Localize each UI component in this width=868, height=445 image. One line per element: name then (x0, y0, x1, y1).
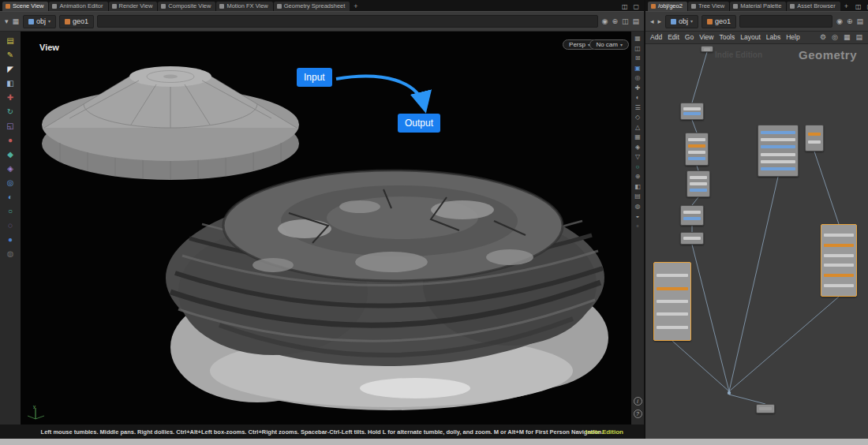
path-field[interactable] (97, 15, 597, 28)
scale-tool-icon[interactable]: ◱ (3, 120, 17, 133)
build-tools-icon[interactable]: ⚙ (819, 34, 827, 41)
menu-labs[interactable]: Labs (766, 34, 780, 41)
dotted-circle-icon[interactable]: ◍ (635, 203, 641, 210)
network-node[interactable] (756, 404, 775, 413)
network-node[interactable] (680, 232, 704, 245)
3d-viewport[interactable]: View Persp ▾ No cam ▾ (21, 32, 631, 424)
tab-animation-editor[interactable]: Animation Editor (49, 2, 107, 12)
rows-icon[interactable]: ▤ (634, 193, 641, 200)
net-expand-icon[interactable]: ⊕ (846, 18, 854, 25)
network-node[interactable] (680, 205, 704, 226)
cone-icon[interactable]: △ (635, 124, 640, 131)
network-path-field[interactable] (739, 15, 832, 28)
menu-go[interactable]: Go (685, 34, 694, 41)
tab-material-palette[interactable]: Material Palette (730, 2, 786, 12)
circle-tool-icon[interactable]: ○ (636, 163, 640, 170)
add-view-icon[interactable]: ✚ (635, 84, 641, 92)
half-circle-icon[interactable]: ◒ (636, 212, 640, 219)
view-pan-icon[interactable]: ◐ (3, 191, 17, 204)
visibility-icon[interactable]: ◍ (3, 248, 17, 260)
tab-composite-view[interactable]: Composite View (158, 2, 215, 12)
snap-grid-icon[interactable]: ▣ (634, 65, 641, 72)
tab-geometry-spreadsheet[interactable]: Geometry Spreadsheet (274, 2, 350, 12)
half-square-icon[interactable]: ◧ (634, 183, 641, 190)
menu-view[interactable]: View (699, 34, 713, 41)
orbit-tool-icon[interactable]: ○ (3, 205, 17, 218)
node-parameter-stripe (683, 217, 701, 220)
network-node[interactable] (680, 103, 704, 120)
snap-tool-icon[interactable]: ◎ (3, 177, 17, 189)
new-tab-button[interactable]: + (350, 2, 361, 11)
tab-asset-browser[interactable]: Asset Browser (787, 2, 840, 12)
shadow-icon[interactable]: ◐ (636, 94, 640, 101)
pane-float-icon[interactable]: ▢ (630, 2, 642, 11)
selection-mask-icon[interactable]: ◧ (3, 77, 17, 90)
menu-tools[interactable]: Tools (719, 34, 735, 41)
grid-display-icon[interactable]: ▦ (634, 133, 641, 140)
select-tool-icon[interactable]: ◤ (3, 63, 17, 76)
pose-tool-icon[interactable]: ● (3, 134, 17, 147)
net-forward-icon[interactable]: ▸ (657, 18, 663, 25)
pane-float-icon[interactable]: ▢ (865, 2, 868, 11)
network-node[interactable] (653, 262, 691, 341)
net-pin-icon[interactable]: ◉ (836, 18, 844, 25)
network-node[interactable] (685, 133, 709, 166)
reference-plane-icon[interactable]: ◎ (635, 74, 641, 81)
viewport-menu-icon[interactable]: ▤ (631, 18, 640, 25)
grid-layout-icon[interactable]: ▦ (843, 34, 851, 41)
translate-tool-icon[interactable]: ✚ (3, 92, 17, 104)
network-node[interactable] (687, 170, 710, 197)
tab-tree-view[interactable]: Tree View (688, 2, 729, 12)
menu-edit[interactable]: Edit (668, 34, 679, 41)
edit-tool-icon[interactable]: ◆ (3, 148, 17, 161)
tab-scene-view[interactable]: Scene View (2, 2, 48, 12)
down-cone-icon[interactable]: ▽ (635, 153, 640, 160)
pane-list-icon[interactable]: ▤ (855, 34, 863, 41)
network-node[interactable] (701, 46, 713, 52)
network-node[interactable] (821, 224, 857, 297)
pin-view-icon[interactable]: ◎ (831, 34, 839, 41)
viewport-info-icon[interactable]: i (634, 397, 642, 406)
new-tab-button[interactable]: + (841, 2, 851, 11)
path-crumb-geo1[interactable]: geo1 (59, 15, 94, 28)
node-parameter-stripe (688, 138, 705, 141)
menu-add[interactable]: Add (650, 34, 662, 41)
rotate-tool-icon[interactable]: ↻ (3, 106, 17, 118)
tab-render-view[interactable]: Render View (109, 2, 158, 12)
gem-icon[interactable]: ◈ (635, 144, 640, 151)
pane-split-icon[interactable]: ◫ (853, 2, 864, 11)
small-square-icon[interactable]: ▫ (637, 222, 639, 230)
handle-display-icon[interactable]: ◇ (635, 114, 640, 121)
net-back-icon[interactable]: ◂ (649, 18, 655, 25)
pane-split-icon[interactable]: ◫ (619, 2, 630, 11)
network-node[interactable] (758, 125, 799, 177)
snapshot-icon[interactable]: ◉ (601, 18, 609, 25)
tab-label: Render View (119, 3, 153, 9)
view-mode-icon[interactable]: ▦ (634, 35, 641, 42)
add-target-icon[interactable]: ⊕ (635, 173, 641, 180)
shade-mode-icon[interactable]: ◫ (634, 45, 641, 52)
shelf-layers-icon[interactable]: ▤ (3, 35, 17, 47)
wireframe-icon[interactable]: ⊞ (635, 54, 641, 62)
net-crumb-obj[interactable]: obj ▾ (665, 15, 698, 28)
lasso-tool-icon[interactable]: ◌ (3, 219, 17, 232)
net-crumb-geo1[interactable]: geo1 (702, 15, 736, 28)
network-editor[interactable]: Indie Edition Geometry (645, 44, 868, 439)
handles-tool-icon[interactable]: ◈ (3, 163, 17, 175)
viewport-help-icon[interactable]: ? (634, 409, 642, 418)
tab-motion-fx-view[interactable]: Motion FX View (216, 2, 272, 12)
display-sphere-icon[interactable]: ● (3, 234, 17, 246)
menu-help[interactable]: Help (786, 34, 799, 41)
camera-view-icon[interactable]: ◫ (621, 18, 630, 25)
path-crumb-obj[interactable]: obj ▾ (23, 15, 56, 28)
menu-layout[interactable]: Layout (740, 34, 761, 41)
tab-type-icon (277, 4, 282, 9)
show-path-icon[interactable]: ▾ (4, 18, 9, 25)
network-node[interactable] (805, 125, 824, 151)
tab-obj-geo2[interactable]: /obj/geo2 (648, 2, 687, 12)
options-list-icon[interactable]: ☰ (634, 104, 640, 111)
network-grid-icon[interactable]: ▦ (12, 18, 21, 25)
shelf-pen-icon[interactable]: ✎ (3, 49, 17, 62)
net-menu-icon[interactable]: ▤ (855, 18, 864, 25)
maximize-viewport-icon[interactable]: ⊕ (611, 18, 619, 25)
